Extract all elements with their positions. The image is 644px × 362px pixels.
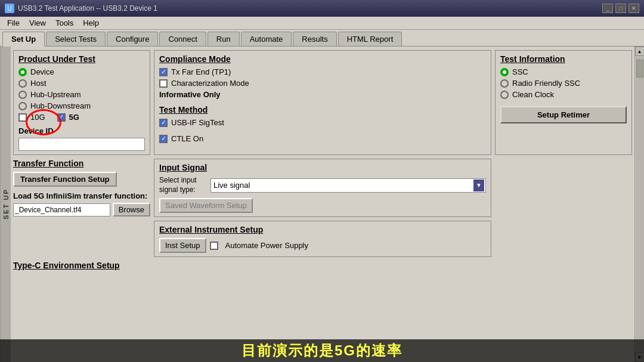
inst-setup-button[interactable]: Inst Setup bbox=[159, 238, 206, 253]
scroll-thumb[interactable] bbox=[636, 60, 643, 78]
menu-view[interactable]: View bbox=[24, 17, 51, 29]
radio-host-label: Host bbox=[30, 79, 47, 88]
input-signal-title: Input Signal bbox=[159, 163, 486, 172]
automate-power-supply-checkbox[interactable] bbox=[210, 242, 218, 250]
check-ctle-on[interactable]: ✓ CTLE On bbox=[159, 134, 486, 143]
menu-help[interactable]: Help bbox=[78, 17, 104, 29]
check-ctle-on-label: CTLE On bbox=[171, 134, 203, 143]
check-5g[interactable]: ✓ 5G bbox=[57, 113, 79, 122]
type-c-panel: Type-C Environment Setup bbox=[13, 261, 150, 274]
minimize-button[interactable]: _ bbox=[602, 4, 613, 13]
device-id-label: Device ID bbox=[18, 126, 145, 135]
ei-row: Inst Setup Automate Power Supply bbox=[159, 238, 486, 253]
tf-section-title: Transfer Function bbox=[13, 159, 150, 168]
test-information-panel: Test Information SSC Radio Friendly SSC … bbox=[495, 50, 632, 155]
radio-clean-clock-label: Clean Clock bbox=[512, 90, 554, 99]
test-method-title: Test Method bbox=[159, 105, 486, 115]
radio-ssc-label: SSC bbox=[512, 67, 528, 76]
informative-only-label: Informative Only bbox=[159, 90, 486, 99]
radio-hub-upstream-label: Hub-Upstream bbox=[30, 90, 81, 99]
radio-hub-upstream[interactable]: Hub-Upstream bbox=[18, 90, 145, 99]
content-grid: Product Under Test Device Host Hub-Upstr… bbox=[11, 47, 634, 362]
side-label: SET UP bbox=[0, 47, 11, 362]
check-10g[interactable]: 10G bbox=[18, 113, 45, 122]
row1: Product Under Test Device Host Hub-Upstr… bbox=[13, 50, 632, 155]
window-title: USB3.2 Test Application -- USB3.2 Device… bbox=[18, 4, 602, 13]
check-characterization[interactable]: Characterization Mode bbox=[159, 79, 486, 88]
check-characterization-box[interactable] bbox=[159, 79, 168, 88]
compliance-mode-panel: Compliance Mode ✓ Tx Far End (TP1) Chara… bbox=[154, 50, 491, 155]
input-signal-row: Select input signal type: Live signal ▼ bbox=[159, 176, 486, 194]
tabbar: Set Up Select Tests Configure Connect Ru… bbox=[0, 30, 644, 47]
check-tx-far-end-label: Tx Far End (TP1) bbox=[171, 67, 231, 76]
check-usb-sigtest[interactable]: ✓ USB-IF SigTest bbox=[159, 118, 486, 127]
scrollbar: ▲ ▼ bbox=[634, 47, 644, 362]
radio-host[interactable]: Host bbox=[18, 79, 145, 88]
tab-automate[interactable]: Automate bbox=[241, 32, 292, 46]
tab-configure[interactable]: Configure bbox=[107, 32, 158, 46]
check-ctle-on-box[interactable]: ✓ bbox=[159, 135, 168, 143]
type-c-title: Type-C Environment Setup bbox=[13, 261, 150, 270]
check-5g-label: 5G bbox=[69, 113, 79, 122]
input-signal-dropdown[interactable]: Live signal ▼ bbox=[210, 178, 486, 193]
check-10g-box[interactable] bbox=[18, 113, 27, 122]
tf-load-label: Load 5G InfiniiSim transfer function: bbox=[13, 191, 150, 200]
tab-html-report[interactable]: HTML Report bbox=[338, 32, 402, 46]
radio-device-label: Device bbox=[30, 67, 54, 76]
radio-radio-friendly-circle[interactable] bbox=[500, 79, 509, 88]
radio-hub-upstream-circle[interactable] bbox=[18, 91, 27, 99]
radio-device-circle[interactable] bbox=[18, 68, 27, 76]
row2: Transfer Function Transfer Function Setu… bbox=[13, 159, 632, 257]
input-signal-select-label: Select input signal type: bbox=[159, 176, 207, 194]
radio-ssc[interactable]: SSC bbox=[500, 67, 627, 76]
tab-select-tests[interactable]: Select Tests bbox=[46, 32, 106, 46]
radio-ssc-circle[interactable] bbox=[500, 68, 509, 76]
radio-hub-downstream-label: Hub-Downstream bbox=[30, 101, 91, 110]
tab-results[interactable]: Results bbox=[293, 32, 336, 46]
check-5g-box[interactable]: ✓ bbox=[57, 113, 66, 122]
titlebar: U USB3.2 Test Application -- USB3.2 Devi… bbox=[0, 0, 644, 17]
put-title: Product Under Test bbox=[18, 54, 145, 64]
check-characterization-label: Characterization Mode bbox=[171, 79, 249, 88]
radio-clean-clock-circle[interactable] bbox=[500, 91, 509, 99]
scroll-up-button[interactable]: ▲ bbox=[635, 47, 645, 56]
restore-button[interactable]: □ bbox=[615, 4, 626, 13]
device-id-input[interactable] bbox=[18, 138, 145, 151]
ei-title: External Instrument Setup bbox=[159, 225, 486, 234]
radio-hub-downstream[interactable]: Hub-Downstream bbox=[18, 101, 145, 110]
tf-file-value: _Device_Channel.tf4 bbox=[15, 206, 81, 214]
saved-waveform-setup-button[interactable]: Saved Waveform Setup bbox=[159, 198, 253, 213]
external-instrument-panel: External Instrument Setup Inst Setup Aut… bbox=[154, 221, 491, 257]
mid-spacer-row2: Input Signal Select input signal type: L… bbox=[154, 159, 491, 257]
radio-radio-friendly[interactable]: Radio Friendly SSC bbox=[500, 79, 627, 88]
radio-hub-downstream-circle[interactable] bbox=[18, 102, 27, 110]
check-usb-sigtest-box[interactable]: ✓ bbox=[159, 119, 168, 127]
radio-host-circle[interactable] bbox=[18, 79, 27, 88]
menu-tools[interactable]: Tools bbox=[51, 17, 78, 29]
transfer-function-panel: Transfer Function Transfer Function Setu… bbox=[13, 159, 150, 257]
right-spacer-row2 bbox=[495, 159, 632, 257]
dropdown-arrow-icon: ▼ bbox=[473, 180, 484, 191]
menu-file[interactable]: File bbox=[2, 17, 24, 29]
input-signal-value: Live signal bbox=[213, 181, 250, 190]
tf-file-select[interactable]: _Device_Channel.tf4 bbox=[13, 203, 110, 216]
app-icon: U bbox=[5, 4, 14, 13]
check-tx-far-end[interactable]: ✓ Tx Far End (TP1) bbox=[159, 67, 486, 76]
setup-retimer-button[interactable]: Setup Retimer bbox=[500, 106, 627, 123]
tab-setup[interactable]: Set Up bbox=[2, 32, 45, 47]
tab-connect[interactable]: Connect bbox=[159, 32, 206, 46]
check-10g-label: 10G bbox=[30, 113, 45, 122]
radio-clean-clock[interactable]: Clean Clock bbox=[500, 90, 627, 99]
test-info-title: Test Information bbox=[500, 54, 627, 64]
close-button[interactable]: ✕ bbox=[628, 4, 639, 13]
subtitle: 目前演示的是5G的速率 bbox=[0, 339, 644, 362]
main-area: SET UP Product Under Test Device Host Hu… bbox=[0, 47, 644, 362]
check-tx-far-end-box[interactable]: ✓ bbox=[159, 68, 168, 76]
scroll-track[interactable] bbox=[636, 57, 644, 352]
automate-power-supply-label: Automate Power Supply bbox=[225, 241, 308, 250]
tab-run[interactable]: Run bbox=[208, 32, 240, 46]
tf-browse-button[interactable]: Browse bbox=[113, 203, 150, 216]
radio-device[interactable]: Device bbox=[18, 67, 145, 76]
transfer-function-setup-button[interactable]: Transfer Function Setup bbox=[13, 172, 117, 187]
tf-file-row: _Device_Channel.tf4 Browse bbox=[13, 203, 150, 216]
